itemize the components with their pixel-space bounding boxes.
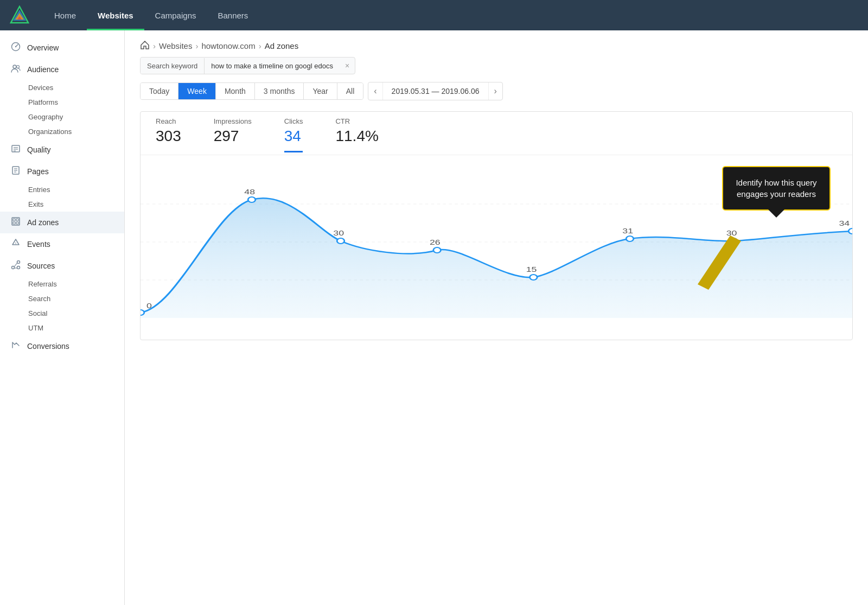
svg-rect-20 [16, 222, 18, 224]
conversions-icon [11, 340, 21, 352]
svg-point-37 [337, 238, 344, 244]
sidebar-label-audience: Audience [27, 65, 59, 74]
svg-rect-19 [13, 222, 15, 224]
audience-icon [11, 63, 21, 75]
keyword-label: Search keyword [141, 58, 205, 74]
svg-rect-18 [16, 219, 18, 221]
svg-point-7 [17, 66, 20, 68]
svg-text:30: 30 [333, 229, 344, 237]
sidebar-item-adzones[interactable]: Ad zones [0, 212, 124, 233]
breadcrumb-sep-3: › [259, 41, 261, 50]
logo[interactable] [9, 4, 30, 26]
keyword-bar: Search keyword how to make a timeline on… [140, 57, 355, 74]
svg-text:34: 34 [839, 219, 850, 227]
metric-clicks-value: 34 [284, 128, 303, 145]
metric-reach-value: 303 [156, 128, 181, 145]
svg-text:48: 48 [244, 188, 255, 195]
metric-impressions-value: 297 [214, 128, 252, 145]
sidebar-sub-search[interactable]: Search [0, 291, 124, 306]
sidebar-label-sources: Sources [27, 262, 55, 270]
adzones-icon [11, 216, 21, 228]
quality-icon [11, 144, 21, 156]
sidebar-sub-geography[interactable]: Geography [0, 110, 124, 124]
metric-reach[interactable]: Reach 303 [156, 112, 181, 152]
sidebar-sub-devices[interactable]: Devices [0, 80, 124, 95]
svg-text:15: 15 [526, 265, 537, 273]
svg-point-5 [15, 46, 16, 47]
time-year[interactable]: Year [304, 83, 337, 99]
svg-point-22 [15, 244, 16, 245]
nav-home[interactable]: Home [43, 0, 87, 30]
sidebar-label-adzones: Ad zones [27, 218, 59, 227]
svg-point-41 [530, 275, 538, 280]
breadcrumb-sep-1: › [153, 41, 156, 50]
metrics-container: Reach 303 Impressions 297 Clicks 34 CTR … [140, 111, 853, 340]
metric-ctr-value: 11.4% [335, 128, 378, 145]
main-content: › Websites › howtonow.com › Ad zones Sea… [125, 30, 868, 605]
sidebar-item-conversions[interactable]: Conversions [0, 335, 124, 357]
svg-point-39 [433, 247, 441, 253]
sidebar-label-pages: Pages [27, 167, 49, 176]
sidebar-sub-referrals[interactable]: Referrals [0, 277, 124, 291]
svg-point-33 [141, 310, 144, 315]
callout-box: Identify how this query engages your rea… [722, 166, 831, 211]
time-today[interactable]: Today [141, 83, 178, 99]
sidebar-item-events[interactable]: Events [0, 233, 124, 255]
breadcrumb-sep-2: › [195, 41, 198, 50]
svg-point-6 [13, 65, 16, 68]
metric-ctr-label: CTR [335, 117, 378, 125]
sidebar-item-quality[interactable]: Quality [0, 139, 124, 161]
metric-reach-label: Reach [156, 117, 181, 125]
breadcrumb-domain[interactable]: howtonow.com [201, 41, 255, 50]
svg-point-24 [17, 261, 20, 264]
sidebar-label-conversions: Conversions [27, 342, 69, 351]
metric-clicks[interactable]: Clicks 34 [284, 112, 303, 152]
sidebar-sub-platforms[interactable]: Platforms [0, 95, 124, 110]
svg-text:31: 31 [622, 227, 633, 234]
svg-point-43 [626, 236, 634, 241]
sidebar-sub-organizations[interactable]: Organizations [0, 124, 124, 139]
keyword-value: how to make a timeline on googl edocs [205, 58, 340, 74]
svg-marker-29 [698, 235, 741, 290]
sidebar-sub-social[interactable]: Social [0, 306, 124, 321]
sidebar-item-sources[interactable]: Sources [0, 255, 124, 277]
breadcrumb-adzones: Ad zones [265, 41, 299, 50]
keyword-close-button[interactable]: × [340, 58, 355, 74]
sidebar-sub-utm[interactable]: UTM [0, 321, 124, 335]
metric-clicks-label: Clicks [284, 117, 303, 125]
time-month[interactable]: Month [216, 83, 255, 99]
breadcrumb-websites[interactable]: Websites [159, 41, 192, 50]
svg-text:26: 26 [430, 238, 441, 246]
sidebar-label-quality: Quality [27, 145, 51, 154]
time-week[interactable]: Week [178, 83, 216, 99]
date-next-button[interactable]: › [488, 82, 502, 100]
svg-point-23 [12, 266, 15, 269]
time-all[interactable]: All [337, 83, 363, 99]
nav-banners[interactable]: Banners [207, 0, 259, 30]
metric-impressions[interactable]: Impressions 297 [214, 112, 252, 152]
date-prev-button[interactable]: ‹ [368, 82, 382, 100]
pages-icon [11, 165, 21, 177]
time-filter: Today Week Month 3 months Year All [140, 82, 363, 100]
events-icon [11, 238, 21, 250]
svg-line-26 [14, 263, 17, 267]
sidebar-sub-exits[interactable]: Exits [0, 197, 124, 212]
nav-websites[interactable]: Websites [87, 0, 144, 30]
svg-point-47 [848, 228, 852, 234]
sidebar-item-pages[interactable]: Pages [0, 161, 124, 182]
sidebar-label-overview: Overview [27, 43, 59, 52]
sidebar-item-overview[interactable]: Overview [0, 37, 124, 59]
svg-text:0: 0 [146, 302, 152, 309]
sidebar-item-audience[interactable]: Audience [0, 59, 124, 80]
breadcrumb: › Websites › howtonow.com › Ad zones [125, 30, 868, 57]
sidebar-sub-entries[interactable]: Entries [0, 182, 124, 197]
gauge-icon [11, 42, 21, 54]
time-3months[interactable]: 3 months [255, 83, 304, 99]
nav-items: Home Websites Campaigns Banners [43, 0, 259, 30]
nav-campaigns[interactable]: Campaigns [144, 0, 207, 30]
top-navigation: Home Websites Campaigns Banners [0, 0, 868, 30]
svg-point-25 [17, 266, 20, 269]
metric-ctr[interactable]: CTR 11.4% [335, 112, 378, 152]
svg-point-35 [248, 197, 256, 202]
home-icon[interactable] [140, 40, 150, 52]
